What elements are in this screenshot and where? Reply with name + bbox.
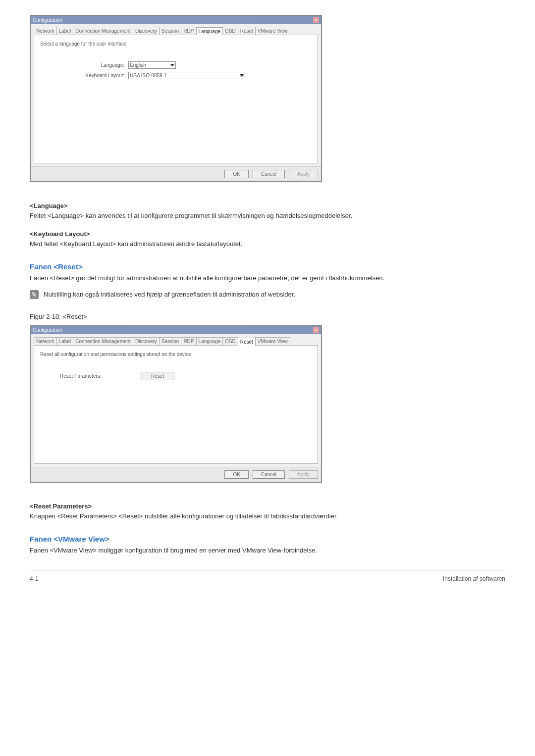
tab-rdp[interactable]: RDP <box>181 27 196 35</box>
close-icon[interactable]: × <box>313 17 319 23</box>
tab-vmware-view[interactable]: VMware View <box>255 337 290 345</box>
configuration-dialog-reset: Configuration × Network Label Connection… <box>30 325 322 483</box>
reset-parameters-paragraph: Knappen <Reset Parameters> <Reset> nulst… <box>30 512 505 521</box>
apply-button[interactable]: Apply <box>289 470 318 479</box>
vmware-view-paragraph: Fanen <VMware View> muliggør konfigurati… <box>30 546 505 555</box>
note-text: Nulstilling kan også initialiseres ved h… <box>44 290 295 299</box>
dialog-titlebar: Configuration × <box>31 16 321 24</box>
note-icon: ✎ <box>30 290 39 299</box>
footer-title: Installation af softwaren <box>443 575 505 582</box>
tab-reset[interactable]: Reset <box>238 338 256 346</box>
reset-tab-paragraph: Fanen <Reset> gør det muligt for adminis… <box>30 274 505 283</box>
tab-osd[interactable]: OSD <box>222 27 238 35</box>
configuration-dialog-language: Configuration × Network Label Connection… <box>30 15 322 182</box>
keyboard-layout-label: Keyboard Layout: <box>40 73 128 78</box>
language-paragraph: Feltet <Language> kan anvendes til at ko… <box>30 211 505 220</box>
dialog-title: Configuration <box>33 327 62 333</box>
tab-language[interactable]: Language <box>196 337 223 345</box>
language-row: Language: English <box>40 61 312 69</box>
reset-parameters-label: Reset Parameters: <box>40 373 141 379</box>
tab-connection-management[interactable]: Connection Management <box>73 337 133 345</box>
language-heading: <Language> <box>30 202 505 209</box>
page-number: 4-1 <box>30 575 38 582</box>
reset-parameters-heading: <Reset Parameters> <box>30 503 505 510</box>
keyboard-row: Keyboard Layout: USA ISO-8859-1 <box>40 72 312 79</box>
language-dropdown[interactable]: English <box>128 61 176 69</box>
keyboard-layout-paragraph: Med feltet <Keyboard Layout> kan adminis… <box>30 240 505 249</box>
tab-label[interactable]: Label <box>56 337 73 345</box>
tab-reset[interactable]: Reset <box>238 27 256 35</box>
tab-strip: Network Label Connection Management Disc… <box>31 24 321 35</box>
tab-session[interactable]: Session <box>159 337 182 345</box>
keyboard-layout-dropdown[interactable]: USA ISO-8859-1 <box>128 72 245 79</box>
language-value: English <box>130 62 146 68</box>
cancel-button[interactable]: Cancel <box>253 470 285 479</box>
tab-vmware-view[interactable]: VMware View <box>255 27 290 35</box>
vmware-view-heading: Fanen <VMware View> <box>30 535 505 543</box>
tab-discovery[interactable]: Discovery <box>133 27 160 35</box>
instruction-text: Select a language for the user interface <box>40 41 312 47</box>
ok-button[interactable]: OK <box>224 470 248 479</box>
apply-button[interactable]: Apply <box>289 170 318 178</box>
chevron-down-icon <box>170 64 174 66</box>
ok-button[interactable]: OK <box>224 170 248 178</box>
cancel-button[interactable]: Cancel <box>253 170 285 178</box>
tab-body-reset: Reset all configuration and permissions … <box>34 345 318 464</box>
tab-connection-management[interactable]: Connection Management <box>73 27 133 35</box>
note-block: ✎ Nulstilling kan også initialiseres ved… <box>30 290 505 299</box>
tab-discovery[interactable]: Discovery <box>133 337 160 345</box>
tab-rdp[interactable]: RDP <box>181 337 196 345</box>
page-footer: 4-1 Installation af softwaren <box>30 570 505 597</box>
reset-parameters-row: Reset Parameters: Reset <box>40 372 312 380</box>
reset-button[interactable]: Reset <box>141 372 174 380</box>
language-label: Language: <box>40 62 128 68</box>
tab-network[interactable]: Network <box>34 27 57 35</box>
reset-tab-heading: Fanen <Reset> <box>30 262 505 271</box>
dialog-titlebar: Configuration × <box>31 326 321 334</box>
tab-session[interactable]: Session <box>159 27 182 35</box>
keyboard-layout-value: USA ISO-8859-1 <box>130 73 166 78</box>
close-icon[interactable]: × <box>313 327 319 333</box>
tab-body-language: Select a language for the user interface… <box>34 35 318 163</box>
dialog-button-bar: OK Cancel Apply <box>31 166 321 181</box>
instruction-text: Reset all configuration and permissions … <box>40 352 312 357</box>
tab-strip: Network Label Connection Management Disc… <box>31 334 321 345</box>
tab-label[interactable]: Label <box>56 27 73 35</box>
keyboard-layout-heading: <Keyboard Layout> <box>30 230 505 238</box>
chevron-down-icon <box>240 74 244 77</box>
tab-osd[interactable]: OSD <box>222 337 238 345</box>
figure-caption-2-10: Figur 2-10: <Reset> <box>30 313 505 320</box>
tab-language[interactable]: Language <box>196 27 223 35</box>
dialog-button-bar: OK Cancel Apply <box>31 467 321 482</box>
tab-network[interactable]: Network <box>34 337 57 345</box>
dialog-title: Configuration <box>33 17 62 23</box>
